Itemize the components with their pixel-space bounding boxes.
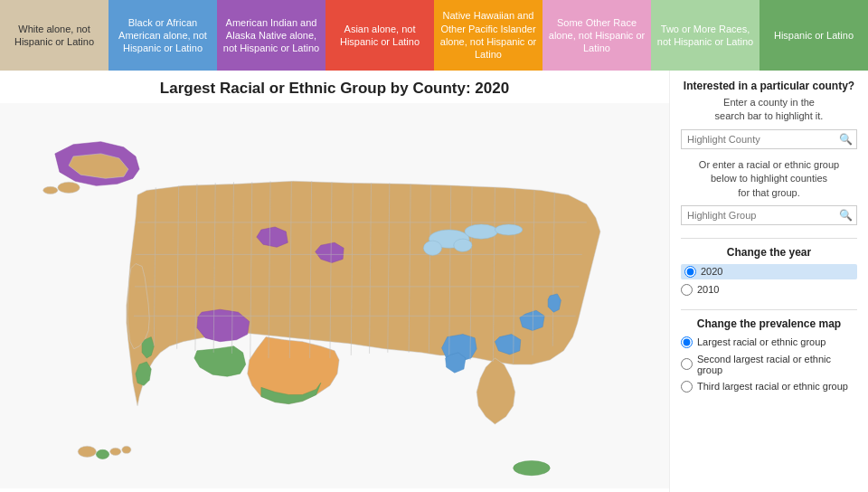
legend-bar: White alone, not Hispanic or LatinoBlack… bbox=[0, 0, 868, 71]
map-type-section: Change the prevalence map Largest racial… bbox=[681, 317, 857, 393]
svg-point-7 bbox=[514, 460, 551, 475]
county-search-wrap: 🔍 bbox=[681, 129, 857, 149]
map-largest-text: Largest racial or ethnic group bbox=[697, 336, 826, 347]
svg-point-35 bbox=[495, 224, 522, 235]
year-2020-radio[interactable] bbox=[684, 266, 696, 278]
group-desc: Or enter a racial or ethnic groupbelow t… bbox=[681, 158, 857, 200]
sidebar-divider-1 bbox=[681, 238, 857, 239]
svg-point-37 bbox=[423, 241, 441, 255]
svg-point-36 bbox=[454, 239, 472, 251]
year-2020-label[interactable]: 2020 bbox=[681, 264, 857, 279]
svg-point-6 bbox=[122, 446, 131, 453]
year-2020-text: 2020 bbox=[701, 266, 722, 277]
group-search-wrap: 🔍 bbox=[681, 205, 857, 225]
map-third-label[interactable]: Third largest racial or ethnic group bbox=[681, 380, 857, 393]
legend-item-hispanic: Hispanic or Latino bbox=[760, 0, 868, 71]
map-area: Largest Racial or Ethnic Group by County… bbox=[0, 71, 669, 492]
map-second-group: Second largest racial or ethnic group bbox=[681, 353, 857, 376]
legend-item-american-indian: American Indian and Alaska Native alone,… bbox=[217, 0, 326, 71]
county-search-input[interactable] bbox=[681, 129, 857, 149]
svg-point-3 bbox=[78, 446, 96, 457]
county-desc: Enter a county in thesearch bar to highl… bbox=[681, 96, 857, 124]
group-search-input[interactable] bbox=[681, 205, 857, 225]
map-second-text: Second largest racial or ethnic group bbox=[697, 354, 857, 375]
county-search-section: Interested in a particular county? Enter… bbox=[681, 80, 857, 225]
us-map-svg bbox=[0, 103, 669, 488]
legend-item-white: White alone, not Hispanic or Latino bbox=[0, 0, 108, 71]
year-2010-radio[interactable] bbox=[681, 284, 693, 296]
year-section: Change the year 2020 2010 bbox=[681, 246, 857, 297]
county-search-icon: 🔍 bbox=[839, 133, 853, 146]
sidebar: Interested in a particular county? Enter… bbox=[669, 71, 868, 492]
map-third-text: Third largest racial or ethnic group bbox=[697, 381, 848, 392]
map-title: Largest Racial or Ethnic Group by County… bbox=[0, 71, 669, 103]
sidebar-divider-2 bbox=[681, 309, 857, 310]
year-radio-group-2010: 2010 bbox=[681, 283, 857, 297]
map-largest-radio[interactable] bbox=[681, 336, 693, 348]
map-second-radio[interactable] bbox=[681, 358, 693, 370]
legend-item-asian: Asian alone, not Hispanic or Latino bbox=[326, 0, 434, 71]
year-2010-text: 2010 bbox=[697, 284, 719, 295]
svg-point-5 bbox=[110, 448, 121, 455]
svg-point-2 bbox=[43, 186, 58, 194]
legend-item-black: Black or African American alone, not His… bbox=[108, 0, 217, 71]
map-largest-group: Largest racial or ethnic group bbox=[681, 336, 857, 349]
legend-item-native-hawaiian: Native Hawaiian and Other Pacific Island… bbox=[434, 0, 542, 71]
main-content: Largest Racial or Ethnic Group by County… bbox=[0, 71, 868, 492]
legend-item-other-race: Some Other Race alone, not Hispanic or L… bbox=[542, 0, 651, 71]
year-2010-label[interactable]: 2010 bbox=[681, 283, 857, 297]
map-third-group: Third largest racial or ethnic group bbox=[681, 380, 857, 393]
map-container bbox=[0, 103, 669, 488]
year-radio-group: 2020 bbox=[681, 264, 857, 279]
legend-item-two-or-more: Two or More Races, not Hispanic or Latin… bbox=[651, 0, 760, 71]
map-third-radio[interactable] bbox=[681, 381, 693, 393]
svg-point-1 bbox=[58, 182, 80, 193]
map-largest-label[interactable]: Largest racial or ethnic group bbox=[681, 336, 857, 349]
group-search-icon: 🔍 bbox=[839, 209, 853, 222]
svg-point-34 bbox=[465, 224, 497, 239]
year-section-title: Change the year bbox=[681, 246, 857, 259]
map-second-label[interactable]: Second largest racial or ethnic group bbox=[681, 353, 857, 376]
svg-point-4 bbox=[96, 449, 108, 459]
map-type-title: Change the prevalence map bbox=[681, 317, 857, 330]
county-section-title: Interested in a particular county? bbox=[681, 80, 857, 92]
